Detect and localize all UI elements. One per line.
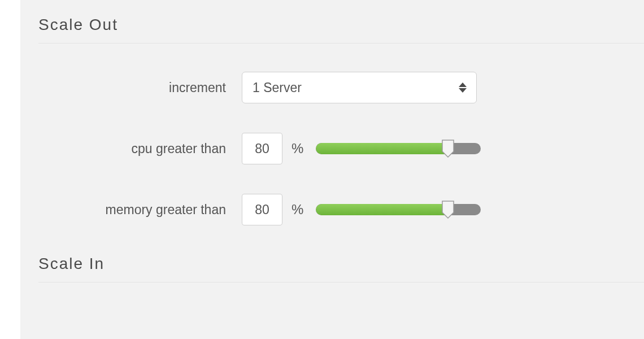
divider xyxy=(38,43,644,44)
increment-select[interactable]: 1 Server xyxy=(242,72,477,103)
scale-out-heading: Scale Out xyxy=(38,16,644,34)
slider-track xyxy=(316,204,481,215)
memory-threshold-unit: % xyxy=(291,202,303,218)
cpu-threshold-input[interactable]: 80 xyxy=(242,133,282,164)
memory-threshold-row: memory greater than 80 % xyxy=(38,194,644,225)
divider xyxy=(38,282,644,282)
slider-fill xyxy=(316,204,448,215)
select-caret-icon xyxy=(459,82,467,93)
scale-in-heading: Scale In xyxy=(38,255,644,273)
cpu-threshold-row: cpu greater than 80 % xyxy=(38,133,644,164)
memory-threshold-input[interactable]: 80 xyxy=(242,194,282,225)
slider-thumb-icon[interactable] xyxy=(441,139,455,158)
cpu-threshold-unit: % xyxy=(291,141,303,157)
cpu-threshold-label: cpu greater than xyxy=(38,141,242,157)
slider-track xyxy=(316,143,481,154)
increment-select-value: 1 Server xyxy=(253,80,302,95)
slider-thumb-icon[interactable] xyxy=(441,200,455,219)
memory-threshold-label: memory greater than xyxy=(38,202,242,218)
cpu-threshold-slider[interactable] xyxy=(316,142,481,155)
slider-fill xyxy=(316,143,448,154)
increment-row: increment 1 Server xyxy=(38,72,644,103)
autoscale-panel: Scale Out increment 1 Server cpu greater… xyxy=(20,0,644,339)
memory-threshold-slider[interactable] xyxy=(316,203,481,216)
increment-label: increment xyxy=(38,80,242,95)
left-gutter xyxy=(0,0,20,339)
